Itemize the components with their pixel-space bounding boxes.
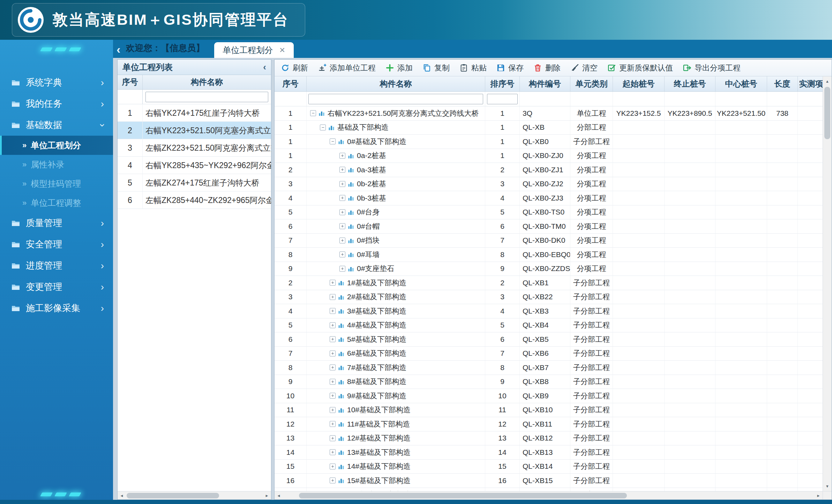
table-row[interactable]: 6+5#基础及下部构造6QL-XB5子分部工程 xyxy=(275,332,823,347)
table-row[interactable]: 1−0#基础及下部构造1QL-XB0子分部工程 xyxy=(275,135,823,149)
toolbar-button-update-defaults[interactable]: 更新质保默认值 xyxy=(607,63,673,73)
table-row[interactable]: 2+1#基础及下部构造2QL-XB1子分部工程 xyxy=(275,276,823,290)
expand-node-icon[interactable]: + xyxy=(330,322,336,328)
expand-node-icon[interactable]: + xyxy=(339,209,345,215)
table-row[interactable]: 14+13#基础及下部构造14QL-XB13子分部工程 xyxy=(275,445,823,460)
scroll-up-icon[interactable]: ▲ xyxy=(823,77,832,85)
table-row[interactable]: 9+0#支座垫石9QL-XB0-ZZDS0分项工程 xyxy=(275,262,823,276)
expand-node-icon[interactable]: + xyxy=(330,421,336,427)
collapse-node-icon[interactable]: − xyxy=(320,125,326,130)
expand-node-icon[interactable]: + xyxy=(339,238,345,243)
table-row[interactable]: 2+0a-3桩基2QL-XB0-ZJ1分项工程 xyxy=(275,163,823,177)
table-row[interactable]: 1+0a-2桩基1QL-XB0-ZJ0分项工程 xyxy=(275,149,823,163)
table-row[interactable]: 12+11#基础及下部构造12QL-XB11子分部工程 xyxy=(275,417,823,431)
toolbar-button-add-unit[interactable]: 添加单位工程 xyxy=(318,63,376,73)
sidebar-item-5[interactable]: 进度管理› xyxy=(0,255,113,276)
expand-node-icon[interactable]: + xyxy=(339,266,345,272)
expand-node-icon[interactable]: + xyxy=(330,464,336,469)
scroll-down-icon[interactable]: ▼ xyxy=(823,482,832,490)
list-item[interactable]: 4右幅YK285+435~YK292+962阿尔金山特长隧道 xyxy=(118,157,271,174)
grid-order-filter-input[interactable] xyxy=(487,94,518,104)
table-row[interactable]: 1−基础及下部构造1QL-XB分部工程 xyxy=(275,121,823,135)
back-arrow-icon[interactable]: ‹ xyxy=(117,43,120,55)
table-row[interactable]: 3+2#基础及下部构造3QL-XB22子分部工程 xyxy=(275,290,823,304)
list-item[interactable]: 2右幅YK223+521.50阿克塞分离式立交跨线大桥 xyxy=(118,122,271,139)
expand-node-icon[interactable]: + xyxy=(330,351,336,356)
sidebar-item-1[interactable]: 我的任务› xyxy=(0,93,113,114)
expand-node-icon[interactable]: + xyxy=(330,393,336,399)
table-row[interactable]: 16+15#基础及下部构造16QL-XB15子分部工程 xyxy=(275,474,823,488)
sidebar-item-0[interactable]: 系统字典› xyxy=(0,72,113,93)
table-row[interactable]: 15+14#基础及下部构造15QL-XB14子分部工程 xyxy=(275,460,823,474)
right-horizontal-scrollbar[interactable]: ◄ ► xyxy=(275,491,823,499)
table-row[interactable]: 1−右幅YK223+521.50阿克塞分离式立交跨线大桥13Q单位工程YK223… xyxy=(275,106,823,121)
expand-node-icon[interactable]: + xyxy=(330,407,336,413)
expand-node-icon[interactable]: + xyxy=(339,251,345,257)
scroll-right-icon[interactable]: ► xyxy=(814,491,823,499)
sidebar-subitem-0[interactable]: »单位工程划分 xyxy=(0,136,113,155)
expand-node-icon[interactable]: + xyxy=(330,308,336,314)
sidebar-item-3[interactable]: 质量管理› xyxy=(0,212,113,234)
expand-node-icon[interactable]: + xyxy=(330,336,336,342)
sidebar-item-6[interactable]: 变更管理› xyxy=(0,276,113,298)
table-row[interactable]: 7+6#基础及下部构造7QL-XB6子分部工程 xyxy=(275,347,823,361)
list-item[interactable]: 5左幅ZK274+175红崖子沟特大桥 xyxy=(118,174,271,191)
table-row[interactable]: 8+7#基础及下部构造8QL-XB7子分部工程 xyxy=(275,361,823,375)
table-row[interactable]: 9+8#基础及下部构造9QL-XB8子分部工程 xyxy=(275,375,823,389)
table-row[interactable]: 11+10#基础及下部构造11QL-XB10子分部工程 xyxy=(275,403,823,418)
scroll-left-icon[interactable]: ◄ xyxy=(275,491,283,499)
scroll-left-icon[interactable]: ◄ xyxy=(118,491,126,499)
table-row[interactable]: 6+0#台帽6QL-XB0-TM0分项工程 xyxy=(275,219,823,234)
toolbar-button-copy[interactable]: 复制 xyxy=(422,63,450,73)
table-row[interactable]: 17+16#基础及下部构造17QL-XB16子分部工程 xyxy=(275,488,823,491)
toolbar-button-save[interactable]: 保存 xyxy=(496,63,524,73)
expand-node-icon[interactable]: + xyxy=(330,477,336,483)
table-row[interactable]: 5+4#基础及下部构造5QL-XB4子分部工程 xyxy=(275,318,823,333)
vertical-scrollbar[interactable]: ▲ ▼ xyxy=(823,76,832,491)
expand-node-icon[interactable]: + xyxy=(339,195,345,201)
scrollbar-thumb[interactable] xyxy=(299,493,627,498)
expand-node-icon[interactable]: + xyxy=(339,223,345,229)
expand-node-icon[interactable]: + xyxy=(330,294,336,300)
tab-unit-division[interactable]: 单位工程划分 ✕ xyxy=(214,42,294,58)
sidebar-subitem-2[interactable]: »模型挂码管理 xyxy=(0,174,113,193)
expand-node-icon[interactable]: + xyxy=(339,181,345,187)
sidebar-item-7[interactable]: 施工影像采集› xyxy=(0,298,113,319)
table-row[interactable]: 4+3#基础及下部构造4QL-XB3子分部工程 xyxy=(275,304,823,318)
expand-node-icon[interactable]: + xyxy=(330,364,336,370)
list-item[interactable]: 3左幅ZK223+521.50阿克塞分离式立交跨线大桥 xyxy=(118,139,271,157)
collapse-node-icon[interactable]: − xyxy=(330,138,336,144)
expand-node-icon[interactable]: + xyxy=(330,449,336,455)
table-row[interactable]: 7+0#挡块7QL-XB0-DK0分项工程 xyxy=(275,234,823,248)
expand-node-icon[interactable]: + xyxy=(339,167,345,173)
expand-node-icon[interactable]: + xyxy=(330,280,336,286)
toolbar-button-add[interactable]: 添加 xyxy=(385,63,413,73)
scrollbar-thumb[interactable] xyxy=(824,87,830,139)
expand-node-icon[interactable]: + xyxy=(330,379,336,385)
table-row[interactable]: 13+12#基础及下部构造13QL-XB12子分部工程 xyxy=(275,431,823,446)
scroll-right-icon[interactable]: ► xyxy=(263,491,271,499)
toolbar-button-delete[interactable]: 删除 xyxy=(533,63,561,73)
table-row[interactable]: 8+0#耳墙8QL-XB0-EBQ0分项工程 xyxy=(275,248,823,262)
expand-node-icon[interactable]: + xyxy=(339,153,345,159)
left-horizontal-scrollbar[interactable]: ◄ ► xyxy=(118,491,271,499)
table-row[interactable]: 3+0b-2桩基3QL-XB0-ZJ2分项工程 xyxy=(275,177,823,191)
sidebar-subitem-1[interactable]: »属性补录 xyxy=(0,155,113,174)
toolbar-button-export[interactable]: 导出分项工程 xyxy=(683,63,741,73)
sidebar-subitem-3[interactable]: »单位工程调整 xyxy=(0,193,113,212)
toolbar-button-paste[interactable]: 粘贴 xyxy=(459,63,487,73)
table-row[interactable]: 10+9#基础及下部构造10QL-XB9子分部工程 xyxy=(275,389,823,403)
sidebar-item-4[interactable]: 安全管理› xyxy=(0,234,113,255)
toolbar-button-clear[interactable]: 清空 xyxy=(570,63,598,73)
table-row[interactable]: 4+0b-3桩基4QL-XB0-ZJ3分项工程 xyxy=(275,191,823,205)
table-row[interactable]: 5+0#台身5QL-XB0-TS0分项工程 xyxy=(275,205,823,220)
list-item[interactable]: 1右幅YK274+175红崖子沟特大桥 xyxy=(118,104,271,122)
collapse-panel-icon[interactable]: ‹ xyxy=(263,62,266,73)
list-item[interactable]: 6左幅ZK285+440~ZK292+965阿尔金山特长隧道 xyxy=(118,191,271,209)
close-icon[interactable]: ✕ xyxy=(279,46,285,54)
collapse-node-icon[interactable]: − xyxy=(310,110,316,116)
sidebar-item-2[interactable]: 基础数据› xyxy=(0,114,113,136)
toolbar-button-refresh[interactable]: 刷新 xyxy=(281,63,308,73)
scrollbar-thumb[interactable] xyxy=(127,493,219,498)
unit-name-filter-input[interactable] xyxy=(145,92,268,102)
